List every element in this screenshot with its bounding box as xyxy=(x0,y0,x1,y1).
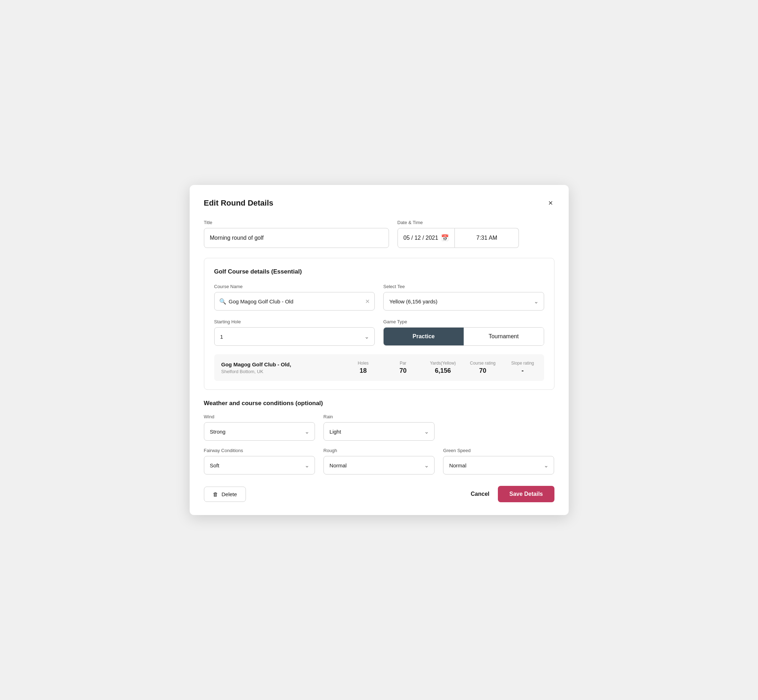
rough-field-group: Rough Normal ⌄ xyxy=(324,448,434,475)
save-button[interactable]: Save Details xyxy=(498,486,554,502)
holes-label: Holes xyxy=(358,361,369,366)
rough-dropdown[interactable]: Normal xyxy=(324,456,434,475)
modal-header: Edit Round Details × xyxy=(204,198,554,208)
fairway-field-group: Fairway Conditions Soft ⌄ xyxy=(204,448,315,475)
edit-round-modal: Edit Round Details × Title Date & Time 0… xyxy=(190,185,568,515)
fairway-label: Fairway Conditions xyxy=(204,448,315,453)
course-rating-value: 70 xyxy=(479,367,486,375)
select-tee-wrap: Yellow (6,156 yards) ⌄ xyxy=(383,292,544,311)
course-rating-stat: Course rating 70 xyxy=(469,361,497,375)
fairway-dropdown[interactable]: Soft xyxy=(204,456,315,475)
yards-label: Yards(Yellow) xyxy=(430,361,456,366)
select-tee-dropdown[interactable]: Yellow (6,156 yards) xyxy=(383,292,544,311)
trash-icon: 🗑 xyxy=(213,491,218,497)
date-value: 05 / 12 / 2021 xyxy=(404,235,439,241)
wind-label: Wind xyxy=(204,414,315,419)
holes-value: 18 xyxy=(359,367,366,375)
title-label: Title xyxy=(204,220,389,225)
time-field[interactable]: 7:31 AM xyxy=(455,228,519,248)
green-speed-dropdown[interactable]: Normal xyxy=(443,456,554,475)
green-speed-label: Green Speed xyxy=(443,448,554,453)
rough-label: Rough xyxy=(324,448,434,453)
datetime-field-group: Date & Time 05 / 12 / 2021 📅 7:31 AM xyxy=(398,220,519,248)
wind-select-wrap: Strong ⌄ xyxy=(204,422,315,441)
modal-footer: 🗑 Delete Cancel Save Details xyxy=(204,486,554,502)
select-tee-label: Select Tee xyxy=(383,284,544,289)
starting-hole-dropdown[interactable]: 1 xyxy=(214,327,375,346)
title-field-group: Title xyxy=(204,220,389,248)
game-type-toggle: Practice Tournament xyxy=(383,327,544,346)
golf-course-section: Golf Course details (Essential) Course N… xyxy=(204,258,554,390)
starting-hole-label: Starting Hole xyxy=(214,319,375,324)
course-info-location: Shelford Bottom, UK xyxy=(221,369,338,374)
rain-select-wrap: Light ⌄ xyxy=(324,422,434,441)
par-label: Par xyxy=(399,361,406,366)
search-icon: 🔍 xyxy=(219,298,226,305)
yards-stat: Yards(Yellow) 6,156 xyxy=(429,361,457,375)
golf-section-title: Golf Course details (Essential) xyxy=(214,268,544,275)
wind-rain-row: Wind Strong ⌄ Rain Light ⌄ xyxy=(204,414,554,441)
course-tee-row: Course Name 🔍 ✕ Select Tee Yellow (6,156… xyxy=(214,284,544,311)
footer-right: Cancel Save Details xyxy=(471,486,554,502)
delete-button[interactable]: 🗑 Delete xyxy=(204,487,246,502)
course-rating-label: Course rating xyxy=(470,361,495,366)
hole-gametype-row: Starting Hole 1 ⌄ Game Type Practice Tou… xyxy=(214,319,544,346)
rain-dropdown[interactable]: Light xyxy=(324,422,434,441)
game-type-label: Game Type xyxy=(383,319,544,324)
weather-section-title: Weather and course conditions (optional) xyxy=(204,400,554,407)
time-value: 7:31 AM xyxy=(476,235,498,241)
course-info-row: Gog Magog Golf Club - Old, Shelford Bott… xyxy=(214,354,544,381)
holes-stat: Holes 18 xyxy=(349,361,377,375)
slope-rating-label: Slope rating xyxy=(511,361,534,366)
close-button[interactable]: × xyxy=(547,198,554,208)
datetime-label: Date & Time xyxy=(398,220,519,225)
course-name-group: Course Name 🔍 ✕ xyxy=(214,284,375,311)
fairway-rough-green-row: Fairway Conditions Soft ⌄ Rough Normal ⌄ xyxy=(204,448,554,475)
delete-label: Delete xyxy=(222,491,237,497)
title-input[interactable] xyxy=(204,228,389,248)
select-tee-group: Select Tee Yellow (6,156 yards) ⌄ xyxy=(383,284,544,311)
weather-section: Weather and course conditions (optional)… xyxy=(204,400,554,475)
course-input-wrap: 🔍 ✕ xyxy=(214,292,375,311)
course-info-name: Gog Magog Golf Club - Old, Shelford Bott… xyxy=(221,361,338,374)
game-type-group: Game Type Practice Tournament xyxy=(383,319,544,346)
par-value: 70 xyxy=(399,367,406,375)
yards-value: 6,156 xyxy=(435,367,451,375)
practice-toggle-btn[interactable]: Practice xyxy=(384,328,464,345)
wind-field-group: Wind Strong ⌄ xyxy=(204,414,315,441)
modal-title: Edit Round Details xyxy=(204,198,274,208)
wind-dropdown[interactable]: Strong xyxy=(204,422,315,441)
course-info-name-text: Gog Magog Golf Club - Old, xyxy=(221,361,338,367)
fairway-select-wrap: Soft ⌄ xyxy=(204,456,315,475)
tournament-toggle-btn[interactable]: Tournament xyxy=(464,328,544,345)
rain-label: Rain xyxy=(324,414,434,419)
slope-rating-value: - xyxy=(522,367,524,375)
rain-spacer xyxy=(443,414,554,441)
course-name-input[interactable] xyxy=(214,292,375,311)
date-field[interactable]: 05 / 12 / 2021 📅 xyxy=(398,228,455,248)
cancel-button[interactable]: Cancel xyxy=(471,491,489,497)
starting-hole-wrap: 1 ⌄ xyxy=(214,327,375,346)
clear-icon[interactable]: ✕ xyxy=(365,298,370,305)
par-stat: Par 70 xyxy=(389,361,417,375)
slope-rating-stat: Slope rating - xyxy=(509,361,537,375)
date-time-group: 05 / 12 / 2021 📅 7:31 AM xyxy=(398,228,519,248)
starting-hole-group: Starting Hole 1 ⌄ xyxy=(214,319,375,346)
title-datetime-row: Title Date & Time 05 / 12 / 2021 📅 7:31 … xyxy=(204,220,554,248)
course-name-label: Course Name xyxy=(214,284,375,289)
green-speed-field-group: Green Speed Normal ⌄ xyxy=(443,448,554,475)
calendar-icon: 📅 xyxy=(441,234,449,242)
rough-select-wrap: Normal ⌄ xyxy=(324,456,434,475)
rain-field-group: Rain Light ⌄ xyxy=(324,414,434,441)
green-speed-select-wrap: Normal ⌄ xyxy=(443,456,554,475)
